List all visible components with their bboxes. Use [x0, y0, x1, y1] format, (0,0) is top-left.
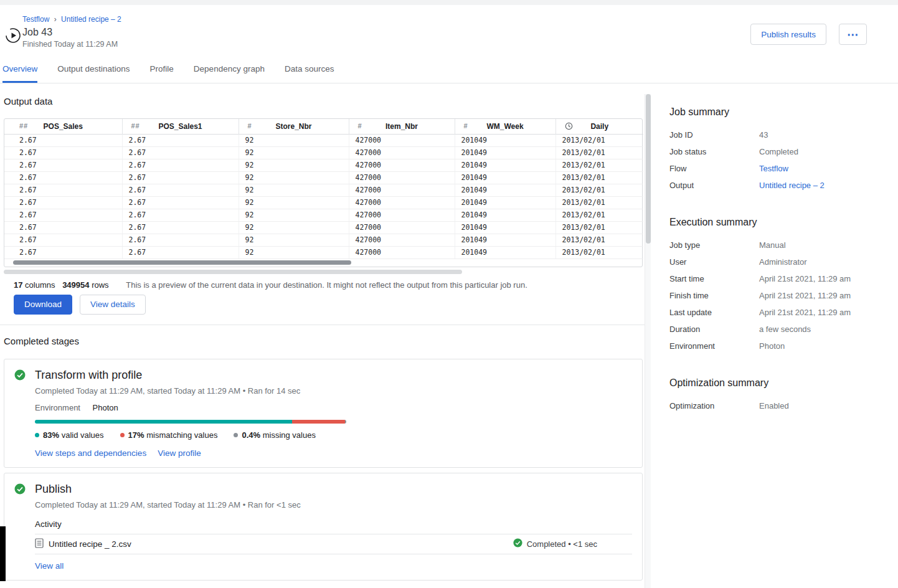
rows-count: 349954 [62, 280, 89, 290]
tab-dependency-graph[interactable]: Dependency graph [194, 64, 265, 83]
breadcrumb-flow-link[interactable]: Testflow [22, 15, 49, 24]
view-details-button[interactable]: View details [80, 295, 146, 315]
cell-pos-sales: 2.67 [4, 159, 122, 171]
panel-horizontal-scrollbar-thumb[interactable] [4, 270, 462, 274]
cell-pos-sales: 2.67 [4, 134, 122, 146]
main-vertical-scrollbar [645, 94, 651, 588]
cell-item-nbr: 427000 [349, 134, 455, 146]
breadcrumb-separator: › [54, 15, 57, 24]
activity-file-name: Untitled recipe _ 2.csv [49, 539, 131, 549]
cell-pos-sales: 2.67 [4, 234, 122, 246]
table-body: 2.67 2.67 92 427000 201049 2013/02/01 2.… [4, 134, 643, 258]
main-panel: Output data ## POS_Sales ## POS_ [0, 83, 645, 581]
summary-row: Last update April 21st 2021, 11:29 am [669, 304, 881, 321]
cell-pos-sales1: 2.67 [122, 184, 239, 196]
job-summary-heading: Job summary [669, 106, 881, 118]
activity-status-text: Completed • <1 sec [527, 539, 597, 549]
valid-dot-icon [35, 433, 39, 437]
view-profile-link[interactable]: View profile [158, 448, 201, 458]
cell-pos-sales: 2.67 [4, 184, 122, 196]
breadcrumb-recipe-link[interactable]: Untitled recipe – 2 [61, 15, 121, 24]
section-divider [0, 325, 645, 325]
summary-row: Job status Completed [669, 143, 881, 160]
table-row: 2.67 2.67 92 427000 201049 2013/02/01 [4, 209, 643, 221]
table-horizontal-scrollbar-thumb[interactable] [13, 260, 351, 265]
cell-item-nbr: 427000 [349, 159, 455, 171]
tab-overview[interactable]: Overview [2, 64, 37, 83]
cell-daily: 2013/02/01 [555, 184, 643, 196]
mismatching-values-segment [292, 420, 345, 424]
environment-label: Environment [35, 403, 80, 412]
column-header-daily: Daily [555, 119, 643, 134]
integer-type-icon: # [464, 122, 468, 130]
execution-summary-heading: Execution summary [669, 216, 881, 228]
activity-status: Completed • <1 sec [513, 538, 597, 549]
tab-data-sources[interactable]: Data sources [285, 64, 334, 83]
job-header: Testflow › Untitled recipe – 2 Job 43 Fi… [0, 5, 898, 49]
missing-dot-icon [234, 433, 238, 437]
flow-link[interactable]: Testflow [759, 160, 881, 177]
column-name: POS_Sales [44, 122, 83, 131]
table-header-row: ## POS_Sales ## POS_Sales1 # Store_Nbr [4, 119, 643, 134]
execution-summary-group: Execution summary Job type Manual User A… [669, 216, 881, 354]
column-name: Store_Nbr [275, 122, 311, 131]
integer-type-icon: # [358, 122, 362, 130]
cell-store-nbr: 92 [239, 209, 349, 221]
file-icon [35, 538, 44, 550]
cell-pos-sales1: 2.67 [122, 221, 239, 234]
more-options-button[interactable]: ⋯ [839, 24, 867, 45]
table-row: 2.67 2.67 92 427000 201049 2013/02/01 [4, 184, 643, 196]
cell-wm-week: 201049 [455, 171, 555, 184]
job-summary-group: Job summary Job ID 43 Job status Complet… [669, 106, 881, 194]
environment-row: Environment Photon [35, 402, 632, 413]
decimal-type-icon: ## [131, 122, 140, 130]
cell-pos-sales: 2.67 [4, 246, 122, 258]
cell-daily: 2013/02/01 [555, 209, 643, 221]
cell-item-nbr: 427000 [349, 146, 455, 159]
main-vertical-scrollbar-thumb[interactable] [646, 94, 651, 244]
view-steps-link[interactable]: View steps and dependencies [35, 448, 146, 458]
cell-store-nbr: 92 [239, 196, 349, 209]
job-status-value: Completed [759, 143, 881, 160]
missing-values-segment [345, 420, 346, 424]
cell-daily: 2013/02/01 [555, 234, 643, 246]
cell-item-nbr: 427000 [349, 171, 455, 184]
table-row: 2.67 2.67 92 427000 201049 2013/02/01 [4, 246, 643, 258]
table-summary-line: 17 columns 349954 rows This is a preview… [14, 280, 645, 290]
column-name: POS_Sales1 [158, 122, 202, 131]
view-all-link[interactable]: View all [35, 561, 64, 571]
output-link[interactable]: Untitled recipe – 2 [759, 177, 881, 194]
summary-row: Output Untitled recipe – 2 [669, 177, 881, 194]
cell-item-nbr: 427000 [349, 196, 455, 209]
preview-note: This is a preview of the current data in… [126, 280, 527, 290]
cell-store-nbr: 92 [239, 221, 349, 234]
activity-file: Untitled recipe _ 2.csv [35, 538, 131, 550]
download-button[interactable]: Download [14, 295, 72, 315]
cell-pos-sales: 2.67 [4, 196, 122, 209]
header-actions: Publish results ⋯ [750, 24, 867, 45]
output-actions: Download View details [14, 295, 645, 315]
cell-pos-sales: 2.67 [4, 209, 122, 221]
cell-daily: 2013/02/01 [555, 221, 643, 234]
table-row: 2.67 2.67 92 427000 201049 2013/02/01 [4, 171, 643, 184]
cell-item-nbr: 427000 [349, 221, 455, 234]
mismatch-dot-icon [120, 433, 125, 437]
summary-row: Flow Testflow [669, 160, 881, 177]
tab-profile[interactable]: Profile [150, 64, 174, 83]
table-row: 2.67 2.67 92 427000 201049 2013/02/01 [4, 159, 643, 171]
cell-pos-sales1: 2.67 [122, 196, 239, 209]
cell-store-nbr: 92 [239, 134, 349, 146]
summary-row: Optimization Enabled [669, 397, 881, 414]
activity-row[interactable]: Untitled recipe _ 2.csv Completed • <1 s… [35, 534, 632, 554]
optimization-summary-heading: Optimization summary [669, 377, 881, 389]
cell-item-nbr: 427000 [349, 184, 455, 196]
table-row: 2.67 2.67 92 427000 201049 2013/02/01 [4, 234, 643, 246]
cell-store-nbr: 92 [239, 234, 349, 246]
publish-results-button[interactable]: Publish results [750, 24, 826, 45]
column-name: Daily [590, 122, 608, 131]
rows-label: rows [92, 280, 108, 290]
cell-wm-week: 201049 [455, 134, 555, 146]
job-id-value: 43 [759, 126, 881, 143]
tab-output-destinations[interactable]: Output destinations [57, 64, 130, 83]
activity-label: Activity [35, 519, 632, 529]
